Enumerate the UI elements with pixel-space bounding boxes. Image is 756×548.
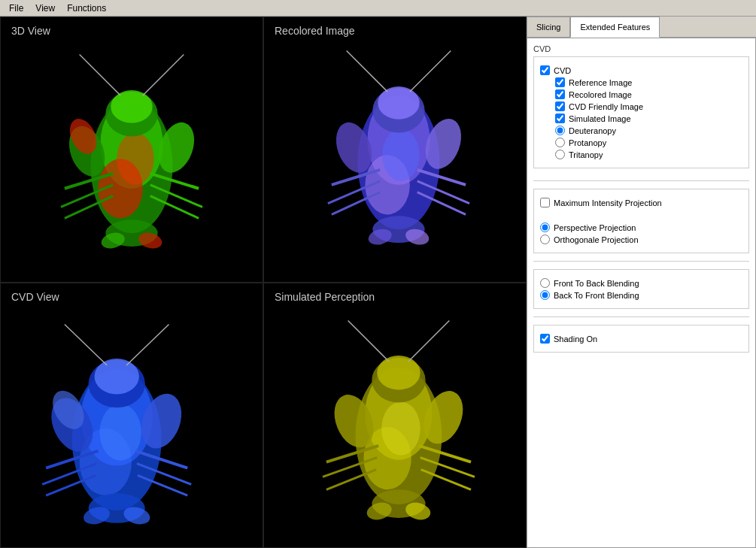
deuteranopy-radio[interactable] — [555, 126, 565, 135]
blending-section: Front To Back Blending Back To Front Ble… — [533, 269, 749, 309]
divider-1 — [533, 180, 749, 181]
back-front-label: Back To Front Blending — [554, 291, 639, 300]
simulated-image-label: Simulated Image — [569, 114, 631, 123]
tritanopy-label: Tritanopy — [569, 150, 603, 159]
divider-2 — [533, 261, 749, 262]
cvd-section-label: CVD — [533, 44, 749, 53]
recolored-image-checkbox[interactable] — [555, 89, 565, 99]
orthogonale-radio[interactable] — [540, 235, 550, 244]
mip-label: Maximum Intensity Projection — [554, 198, 662, 207]
protanopy-label: Protanopy — [569, 138, 606, 147]
viewport-3d-label: 3D View — [11, 25, 50, 37]
protanopy-row: Protanopy — [555, 138, 742, 147]
reference-image-row: Reference Image — [555, 77, 742, 87]
projection-section: Maximum Intensity Projection Perspective… — [533, 189, 749, 253]
orthogonale-row: Orthogonale Projection — [540, 235, 742, 244]
shading-row: Shading On — [540, 334, 742, 344]
perspective-label: Perspective Projection — [554, 223, 636, 232]
cvd-sub-checkboxes: Reference Image Recolored Image CVD Frie… — [540, 77, 742, 123]
tab-bar: Slicing Extended Features — [527, 17, 756, 38]
cvd-friendly-image-row: CVD Friendly Image — [555, 101, 742, 111]
menu-view[interactable]: View — [29, 2, 61, 15]
svg-point-66 — [381, 401, 420, 455]
svg-point-68 — [377, 356, 420, 390]
deuteranopy-label: Deuteranopy — [569, 126, 616, 135]
cvd-master-label: CVD — [554, 66, 571, 75]
cvd-master-checkbox[interactable] — [540, 65, 550, 75]
mip-row: Maximum Intensity Projection — [540, 198, 742, 207]
viewport-simulated-label: Simulated Perception — [275, 291, 375, 303]
viewport-simulated: Simulated Perception — [263, 283, 527, 549]
svg-point-47 — [94, 359, 138, 395]
cvd-section-box: CVD Reference Image Recolored Image — [533, 56, 749, 168]
menu-file[interactable]: File — [3, 2, 29, 15]
svg-point-6 — [111, 90, 152, 123]
tab-extended-features[interactable]: Extended Features — [570, 17, 660, 38]
shading-section: Shading On — [533, 325, 749, 353]
orthogonale-label: Orthogonale Projection — [554, 235, 639, 244]
cvd-friendly-image-checkbox[interactable] — [555, 101, 565, 111]
reference-image-checkbox[interactable] — [555, 77, 565, 87]
shading-label: Shading On — [554, 335, 597, 344]
menu-functions[interactable]: Functions — [61, 2, 112, 15]
viewport-recolored: Recolored Image — [263, 17, 527, 283]
viewport-cvd: CVD View — [0, 283, 263, 549]
perspective-radio[interactable] — [540, 223, 550, 232]
cvd-friendly-image-label: CVD Friendly Image — [569, 102, 643, 111]
vision-radios: Deuteranopy Protanopy Tritanopy — [540, 126, 742, 159]
simulated-image-row: Simulated Image — [555, 114, 742, 123]
right-panel: Slicing Extended Features CVD CVD — [527, 17, 756, 548]
menu-bar: File View Functions — [0, 0, 756, 17]
viewport-cvd-label: CVD View — [11, 291, 59, 303]
back-front-radio[interactable] — [540, 290, 550, 300]
mip-checkbox[interactable] — [540, 198, 550, 207]
tritanopy-row: Tritanopy — [555, 150, 742, 159]
shading-checkbox[interactable] — [540, 334, 550, 344]
viewport-3d: 3D View — [0, 17, 263, 283]
main-container: 3D View — [0, 17, 756, 548]
recolored-image-label: Recolored Image — [569, 90, 632, 99]
svg-point-27 — [378, 86, 419, 120]
divider-3 — [533, 316, 749, 317]
viewport-recolored-label: Recolored Image — [275, 25, 355, 37]
tritanopy-radio[interactable] — [555, 150, 565, 159]
cvd-master-row: CVD — [540, 65, 742, 75]
viewport-area: 3D View — [0, 17, 527, 548]
deuteranopy-row: Deuteranopy — [555, 126, 742, 135]
perspective-row: Perspective Projection — [540, 223, 742, 232]
front-back-row: Front To Back Blending — [540, 278, 742, 288]
cvd-section: CVD CVD Reference Image — [533, 44, 749, 168]
recolored-image-row: Recolored Image — [555, 89, 742, 99]
reference-image-label: Reference Image — [569, 78, 632, 87]
svg-point-4 — [117, 132, 154, 184]
panel-content: CVD CVD Reference Image — [527, 38, 756, 548]
front-back-radio[interactable] — [540, 278, 550, 288]
svg-point-25 — [382, 129, 420, 181]
back-front-row: Back To Front Blending — [540, 290, 742, 300]
simulated-image-checkbox[interactable] — [555, 114, 565, 123]
protanopy-radio[interactable] — [555, 138, 565, 147]
tab-slicing[interactable]: Slicing — [527, 17, 570, 37]
front-back-label: Front To Back Blending — [554, 279, 639, 288]
